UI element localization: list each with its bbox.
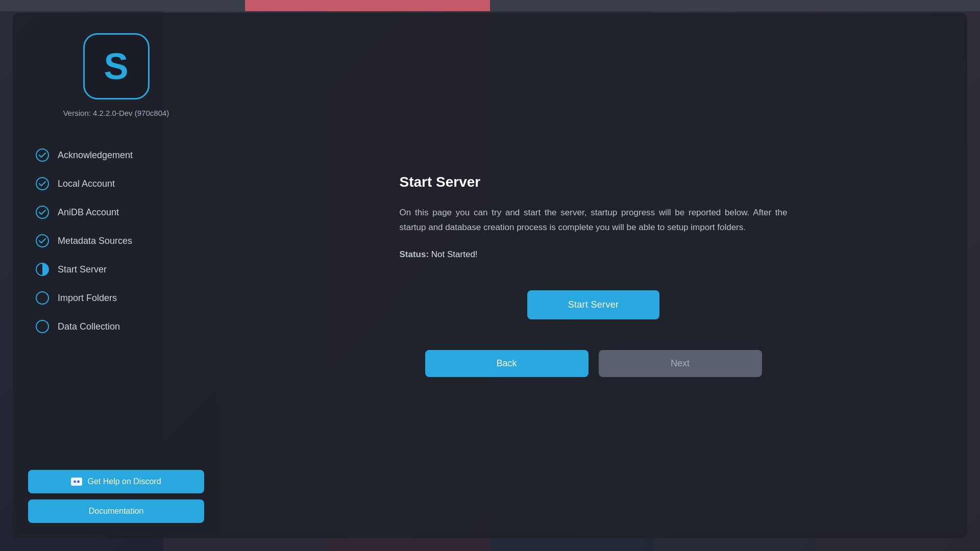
- sidebar-item-import-folders[interactable]: Import Folders: [28, 286, 204, 310]
- discord-button[interactable]: Get Help on Discord: [28, 470, 204, 493]
- sidebar-item-data-collection[interactable]: Data Collection: [28, 314, 204, 339]
- sidebar-label-anidb-account: AniDB Account: [58, 207, 119, 218]
- sidebar-label-data-collection: Data Collection: [58, 321, 120, 332]
- next-button[interactable]: Next: [599, 350, 762, 377]
- sidebar-item-local-account[interactable]: Local Account: [28, 171, 204, 196]
- back-button[interactable]: Back: [425, 350, 589, 377]
- main-content: Start Server On this page you can try an…: [219, 13, 967, 538]
- content-box: Start Server On this page you can try an…: [400, 174, 788, 377]
- svg-point-7: [74, 481, 76, 483]
- sidebar-label-acknowledgement: Acknowledgement: [58, 150, 133, 161]
- status-line: Status: Not Started!: [400, 249, 788, 260]
- nav-list: Acknowledgement Local Account: [28, 143, 204, 339]
- discord-icon: [71, 478, 82, 486]
- app-logo-letter: S: [104, 45, 128, 87]
- sidebar-label-start-server: Start Server: [58, 264, 107, 275]
- page-description: On this page you can try and start the s…: [400, 206, 788, 235]
- svg-point-3: [36, 235, 48, 247]
- svg-point-1: [36, 178, 48, 190]
- svg-point-5: [36, 320, 48, 333]
- sidebar-label-import-folders: Import Folders: [58, 293, 117, 304]
- start-server-icon: [35, 262, 50, 277]
- page-title: Start Server: [400, 174, 788, 190]
- svg-point-0: [36, 149, 48, 161]
- sidebar-label-local-account: Local Account: [58, 179, 115, 189]
- app-logo: S: [83, 33, 150, 99]
- start-server-button[interactable]: Start Server: [527, 290, 660, 319]
- documentation-button[interactable]: Documentation: [28, 499, 204, 523]
- metadata-sources-icon: [35, 234, 50, 248]
- status-value: Not Started!: [431, 249, 478, 259]
- sidebar-item-anidb-account[interactable]: AniDB Account: [28, 200, 204, 224]
- discord-btn-label: Get Help on Discord: [87, 477, 161, 486]
- local-account-icon: [35, 177, 50, 191]
- docs-btn-label: Documentation: [89, 507, 144, 516]
- main-wrapper: S Version: 4.2.2.0-Dev (970c804) Acknowl…: [0, 0, 980, 551]
- anidb-account-icon: [35, 205, 50, 219]
- svg-point-4: [36, 292, 48, 304]
- import-folders-icon: [35, 291, 50, 305]
- sidebar-footer: Get Help on Discord Documentation: [28, 470, 204, 523]
- svg-rect-6: [71, 478, 82, 486]
- sidebar-item-metadata-sources[interactable]: Metadata Sources: [28, 229, 204, 253]
- sidebar: S Version: 4.2.2.0-Dev (970c804) Acknowl…: [13, 13, 219, 538]
- sidebar-item-acknowledgement[interactable]: Acknowledgement: [28, 143, 204, 167]
- sidebar-label-metadata-sources: Metadata Sources: [58, 236, 132, 246]
- status-label: Status:: [400, 249, 431, 259]
- svg-point-2: [36, 206, 48, 218]
- nav-buttons: Back Next: [400, 350, 788, 377]
- acknowledgement-icon: [35, 148, 50, 162]
- svg-point-8: [77, 481, 80, 483]
- data-collection-icon: [35, 319, 50, 334]
- sidebar-item-start-server[interactable]: Start Server: [28, 257, 204, 282]
- app-version: Version: 4.2.2.0-Dev (970c804): [63, 109, 169, 117]
